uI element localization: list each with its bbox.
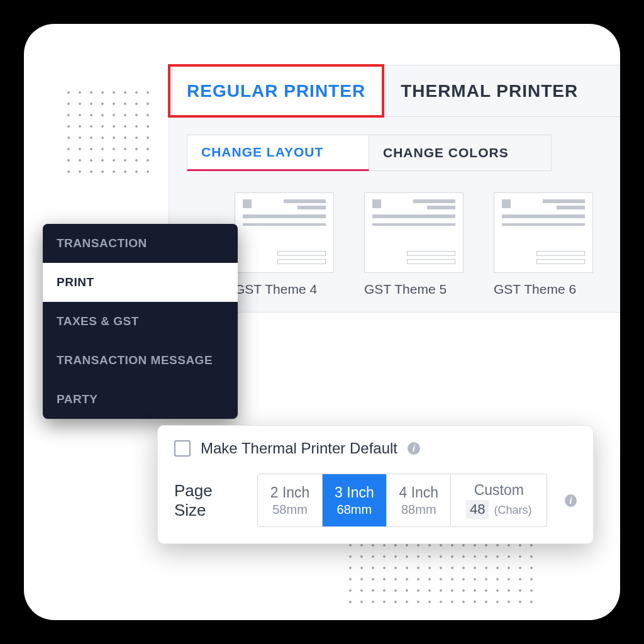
- theme-option: GST Theme 6: [494, 192, 593, 297]
- page-size-custom[interactable]: Custom 48 (Chars): [451, 474, 547, 526]
- tab-change-colors[interactable]: CHANGE COLORS: [369, 135, 552, 171]
- sidebar-item-print[interactable]: PRINT: [43, 263, 238, 302]
- theme-thumbnail[interactable]: [235, 192, 334, 273]
- tab-regular-printer[interactable]: REGULAR PRINTER: [169, 65, 383, 116]
- layout-color-tabs: CHANGE LAYOUT CHANGE COLORS: [187, 135, 620, 171]
- page-size-4inch[interactable]: 4 Inch 88mm: [387, 474, 451, 526]
- custom-chars-value[interactable]: 48: [466, 500, 489, 519]
- printer-type-tabs: REGULAR PRINTER THERMAL PRINTER: [169, 65, 620, 117]
- theme-option: GST Theme 5: [364, 192, 464, 297]
- decorative-dots: [345, 540, 533, 609]
- theme-label: GST Theme 4: [235, 282, 334, 297]
- decorative-dots: [63, 87, 157, 181]
- tab-change-layout[interactable]: CHANGE LAYOUT: [187, 135, 369, 171]
- theme-label: GST Theme 5: [364, 282, 464, 297]
- make-thermal-default-checkbox[interactable]: [174, 440, 191, 457]
- theme-thumbnail[interactable]: [494, 192, 593, 273]
- info-icon[interactable]: i: [408, 442, 420, 455]
- make-thermal-default-label: Make Thermal Printer Default: [201, 440, 397, 457]
- page-size-label: Page Size: [174, 481, 245, 520]
- settings-sidebar: TRANSACTION PRINT TAXES & GST TRANSACTIO…: [43, 224, 238, 419]
- thermal-pagesize-panel: Make Thermal Printer Default i Page Size…: [157, 425, 594, 544]
- page-size-3inch[interactable]: 3 Inch 68mm: [323, 474, 387, 526]
- sidebar-item-transaction[interactable]: TRANSACTION: [43, 224, 238, 263]
- tab-thermal-printer[interactable]: THERMAL PRINTER: [383, 65, 596, 116]
- info-icon[interactable]: i: [565, 494, 577, 507]
- theme-label: GST Theme 6: [494, 282, 593, 297]
- custom-chars-unit: (Chars): [494, 504, 531, 517]
- page-size-segmented: 2 Inch 58mm 3 Inch 68mm 4 Inch 88mm Cust…: [257, 474, 547, 527]
- theme-option: GST Theme 4: [235, 192, 334, 297]
- theme-thumbnail[interactable]: [364, 192, 464, 273]
- sidebar-item-party[interactable]: PARTY: [43, 380, 238, 419]
- page-size-2inch[interactable]: 2 Inch 58mm: [258, 474, 322, 526]
- sidebar-item-taxes-gst[interactable]: TAXES & GST: [43, 302, 238, 341]
- sidebar-item-transaction-message[interactable]: TRANSACTION MESSAGE: [43, 341, 238, 380]
